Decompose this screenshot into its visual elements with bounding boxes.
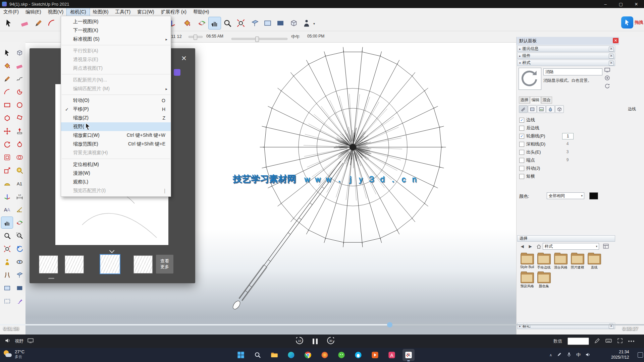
polygon-tool-button[interactable]: [1, 112, 13, 124]
wechat-taskbar-icon[interactable]: [335, 349, 347, 361]
menubar-item-2[interactable]: 编辑(E): [22, 8, 45, 16]
menu-item-2[interactable]: 下一视图(X): [61, 26, 171, 35]
fullscreen-icon[interactable]: [617, 338, 623, 345]
section-close-icon[interactable]: ✕: [609, 54, 614, 59]
section-bar-组件[interactable]: ▸组件✕: [517, 53, 615, 59]
3d-text-tool-button[interactable]: AA: [1, 204, 13, 215]
video-progress-bar[interactable]: [0, 324, 644, 325]
person-dropdown-caret[interactable]: ▾: [313, 22, 315, 25]
push-pull-tool-button[interactable]: [14, 125, 25, 137]
tags-section-bar[interactable]: ▸标记 ✕: [517, 323, 615, 329]
section-outer-tool-button[interactable]: [1, 295, 13, 307]
orbit-tool-button[interactable]: [14, 217, 25, 228]
menubar-item-3[interactable]: 视图(V): [45, 8, 67, 16]
paint-tool-button[interactable]: [1, 60, 13, 71]
tray-pen-icon[interactable]: [557, 352, 562, 358]
menu-item-9[interactable]: 匹配新照片(N)...: [61, 76, 171, 84]
nav-back-button[interactable]: ◀: [519, 243, 526, 250]
style-thumbnail-直线[interactable]: 直线: [586, 254, 602, 270]
start-taskbar-icon[interactable]: [235, 349, 247, 361]
section-fill-tool-button[interactable]: [274, 17, 286, 29]
pencil-tool-button[interactable]: [33, 17, 45, 29]
axes-tool-button[interactable]: [1, 191, 13, 202]
nav-forward-button[interactable]: ▶: [527, 243, 534, 250]
qq-taskbar-icon[interactable]: [352, 349, 364, 361]
style-thumbnail-预设风格[interactable]: 预设风格: [519, 273, 535, 289]
protractor-tool-button[interactable]: [1, 178, 13, 189]
checkbox-unchecked[interactable]: [519, 158, 524, 163]
date-slider[interactable]: [189, 36, 203, 38]
follow-me-tool-button[interactable]: [14, 138, 25, 150]
volume-icon[interactable]: [5, 338, 11, 345]
edge-set-button[interactable]: [519, 105, 528, 113]
tape-tool-button[interactable]: [14, 165, 25, 176]
forward-30-button[interactable]: 30: [326, 336, 335, 346]
scale-tool-button[interactable]: [1, 165, 13, 176]
checkbox-checked[interactable]: ✓: [519, 134, 524, 139]
screen-icon[interactable]: [28, 338, 34, 345]
tray-mic-icon[interactable]: [567, 352, 572, 358]
zoom-extents-tool-button[interactable]: [235, 17, 247, 29]
notification-corner-icon[interactable]: [638, 352, 643, 358]
rotate-tool-button[interactable]: [1, 138, 13, 150]
color-swatch[interactable]: [589, 192, 598, 199]
orbit-tool-button[interactable]: [196, 17, 208, 29]
menu-item-22[interactable]: 观察(L): [61, 178, 171, 186]
pan-tool-button[interactable]: [1, 217, 13, 228]
tab-混合[interactable]: 混合: [541, 97, 552, 104]
search-taskbar-icon[interactable]: [252, 349, 264, 361]
shell-tool-button[interactable]: [14, 152, 25, 163]
explorer-taskbar-icon[interactable]: [268, 349, 280, 361]
offset-tool-button[interactable]: [1, 152, 13, 163]
media-taskbar-icon[interactable]: [369, 349, 381, 361]
option-value[interactable]: 1: [562, 133, 574, 139]
panel-close-button[interactable]: ✕: [613, 38, 619, 43]
style-name-input[interactable]: 消隐: [543, 68, 602, 75]
checkbox-unchecked[interactable]: [519, 150, 524, 155]
walk-tool-button[interactable]: [1, 269, 13, 281]
section-bar-图元信息[interactable]: ▸图元信息✕: [517, 46, 615, 52]
zoom-window-tool-button[interactable]: [14, 230, 25, 241]
cube-tool-button[interactable]: [14, 47, 25, 58]
pencil-tool-button[interactable]: [1, 73, 13, 84]
menu-item-17[interactable]: 缩放范围(E)Ctrl 键+Shift 键+E: [61, 140, 171, 148]
pie-tool-button[interactable]: [14, 86, 25, 98]
menu-item-3[interactable]: 标准视图 (S)▸: [61, 35, 171, 44]
rotated-rect-tool-button[interactable]: [14, 112, 25, 124]
detail-view-icon[interactable]: [603, 243, 609, 250]
menu-item-1[interactable]: 上一视图(R): [61, 17, 171, 26]
more-options-icon[interactable]: [628, 341, 634, 342]
viewer-thumbnail-4[interactable]: [133, 255, 153, 274]
menu-item-13[interactable]: ✓平移(P)H: [61, 105, 171, 114]
section-close-icon[interactable]: ✕: [609, 47, 614, 52]
menubar-item-4[interactable]: 相机(C): [67, 8, 89, 16]
tab-编辑[interactable]: 编辑: [530, 97, 541, 104]
color-dropdown[interactable]: 全部相同▾: [547, 192, 584, 199]
tray-volume-icon[interactable]: [585, 352, 591, 358]
drag-overlay[interactable]: 拖拽: [621, 16, 643, 28]
zoom-tool-button[interactable]: [221, 17, 233, 29]
drag-tool-icon[interactable]: [621, 16, 633, 28]
person-tool-button[interactable]: [301, 17, 313, 29]
background-set-button[interactable]: [537, 105, 546, 113]
menu-item-21[interactable]: 漫游(W): [61, 169, 171, 178]
menu-item-14[interactable]: 缩放(Z)Z: [61, 114, 171, 122]
style-tool-button[interactable]: [14, 295, 25, 307]
zoom-tool-button[interactable]: [1, 230, 13, 241]
menubar-item-5[interactable]: 绘图(B): [90, 8, 112, 16]
watermark-set-button[interactable]: [546, 105, 555, 113]
style-add-icon[interactable]: [604, 75, 610, 82]
circle-tool-button[interactable]: [14, 99, 25, 111]
style-thumbnail-混合风格[interactable]: 混合风格: [552, 254, 569, 270]
menu-item-10[interactable]: 编辑匹配照片 (M)▸: [61, 84, 171, 93]
checkbox-unchecked[interactable]: [519, 126, 524, 131]
face-set-button[interactable]: [528, 105, 537, 113]
menubar-item-7[interactable]: 窗口(W): [134, 8, 158, 16]
edge-taskbar-icon[interactable]: [285, 349, 297, 361]
time-slider[interactable]: [231, 38, 287, 40]
angle-tool-button[interactable]: [14, 204, 25, 215]
style-collection-dropdown[interactable]: 样式▾: [543, 243, 599, 250]
menubar-item-9[interactable]: 帮助(H): [190, 8, 212, 16]
section-close-icon[interactable]: ✕: [609, 61, 614, 66]
ime-indicator[interactable]: 中: [576, 352, 581, 358]
